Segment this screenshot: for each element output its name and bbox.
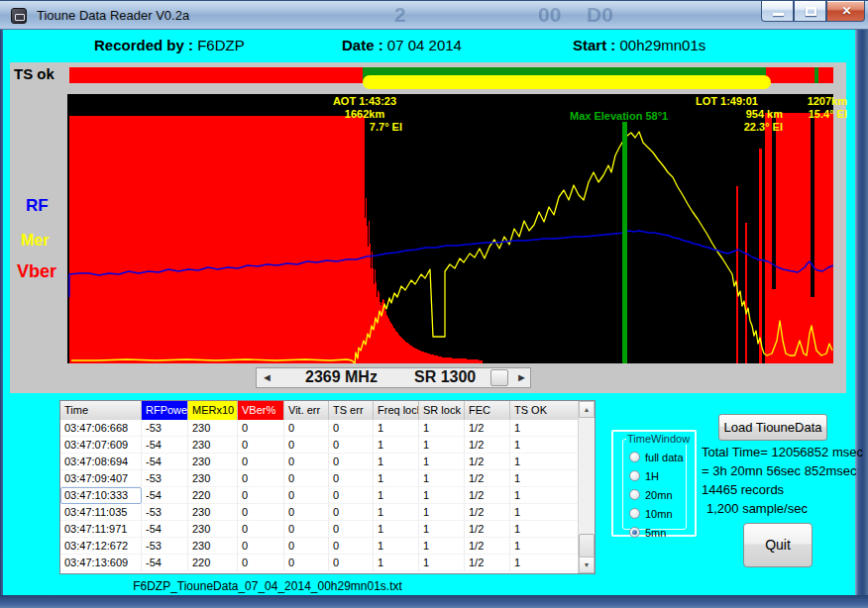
- scroll-right-icon[interactable]: ►: [516, 371, 527, 383]
- radio-icon[interactable]: [629, 508, 640, 519]
- table-cell[interactable]: 230: [188, 420, 238, 437]
- radio-option-1H[interactable]: 1H: [629, 466, 684, 485]
- table-cell[interactable]: 1: [374, 521, 419, 538]
- radio-icon[interactable]: [629, 527, 640, 538]
- table-cell[interactable]: 03:47:06:668: [60, 420, 142, 437]
- table-cell[interactable]: 230: [188, 437, 238, 454]
- column-header-vit-err[interactable]: Vit. err: [284, 401, 329, 420]
- table-cell[interactable]: 1: [419, 555, 465, 571]
- table-cell[interactable]: 220: [188, 555, 238, 571]
- table-cell[interactable]: 1: [374, 437, 419, 454]
- table-cell[interactable]: 1: [374, 454, 419, 470]
- table-cell[interactable]: 03:47:07:609: [60, 437, 142, 454]
- table-cell[interactable]: 1: [419, 521, 465, 538]
- maximize-button[interactable]: [794, 1, 826, 22]
- radio-option-5mn[interactable]: 5mn: [629, 523, 684, 542]
- table-row[interactable]: 03:47:09:407-53230000111/21: [60, 470, 595, 487]
- table-cell[interactable]: 230: [188, 538, 238, 555]
- radio-icon[interactable]: [629, 452, 640, 462]
- table-cell[interactable]: 0: [238, 521, 284, 538]
- table-cell[interactable]: 03:47:11:035: [60, 504, 142, 521]
- table-cell[interactable]: 1/2: [465, 454, 510, 470]
- table-cell[interactable]: 0: [329, 487, 374, 504]
- table-cell[interactable]: 0: [284, 538, 329, 555]
- table-cell[interactable]: 0: [238, 454, 284, 470]
- table-cell[interactable]: 1: [374, 555, 419, 571]
- table-row[interactable]: 03:47:08:694-54230000111/21: [60, 454, 595, 470]
- table-cell[interactable]: 0: [329, 437, 374, 454]
- table-scrollbar[interactable]: ▲ ▼: [578, 401, 595, 573]
- table-cell[interactable]: 0: [238, 420, 284, 437]
- table-cell[interactable]: 1/2: [465, 504, 510, 521]
- table-cell[interactable]: 220: [188, 487, 238, 504]
- table-cell[interactable]: 0: [284, 487, 329, 504]
- table-cell[interactable]: 1: [510, 538, 580, 555]
- table-row[interactable]: 03:47:10:333-54220000111/21: [60, 487, 595, 504]
- radio-option-full-data[interactable]: full data: [629, 448, 684, 466]
- column-header-sr-lock[interactable]: SR lock: [419, 401, 465, 420]
- table-cell[interactable]: 230: [188, 521, 238, 538]
- table-cell[interactable]: 1: [374, 504, 419, 521]
- table-cell[interactable]: -53: [142, 470, 188, 487]
- table-cell[interactable]: 0: [238, 538, 284, 555]
- table-cell[interactable]: -53: [142, 420, 188, 437]
- table-cell[interactable]: 1/2: [465, 487, 510, 504]
- radio-option-20mn[interactable]: 20mn: [629, 485, 684, 504]
- table-cell[interactable]: 0: [329, 504, 374, 521]
- table-cell[interactable]: 0: [284, 555, 329, 571]
- table-cell[interactable]: 0: [284, 437, 329, 454]
- radio-icon[interactable]: [629, 470, 640, 481]
- table-cell[interactable]: 0: [329, 454, 374, 470]
- table-cell[interactable]: -54: [142, 454, 188, 470]
- column-header-ts-ok[interactable]: TS OK: [510, 401, 580, 420]
- column-header-time[interactable]: Time: [60, 401, 142, 420]
- table-cell[interactable]: 1: [419, 504, 465, 521]
- scroll-down-icon[interactable]: ▼: [579, 557, 595, 573]
- quit-button[interactable]: Quit: [743, 523, 813, 567]
- table-cell[interactable]: 1: [510, 437, 580, 454]
- table-cell[interactable]: 1: [510, 521, 580, 538]
- table-cell[interactable]: 1/2: [465, 420, 510, 437]
- table-row[interactable]: 03:47:12:672-53230000111/21: [60, 538, 595, 555]
- table-cell[interactable]: 230: [188, 470, 238, 487]
- title-bar[interactable]: Tioune Data Reader V0.2a 2 00 D0 ✕: [0, 0, 868, 30]
- load-tiounedata-button[interactable]: Load TiouneData: [718, 414, 827, 441]
- table-cell[interactable]: 1: [419, 538, 465, 555]
- table-cell[interactable]: 1: [374, 538, 419, 555]
- table-row[interactable]: 03:47:07:609-54230000111/21: [60, 437, 595, 454]
- table-cell[interactable]: 0: [284, 504, 329, 521]
- table-cell[interactable]: 03:47:09:407: [60, 470, 142, 487]
- table-cell[interactable]: 1/2: [465, 538, 510, 555]
- table-cell[interactable]: 1: [374, 420, 419, 437]
- close-button[interactable]: ✕: [826, 1, 865, 22]
- table-cell[interactable]: -53: [142, 504, 188, 521]
- table-cell[interactable]: 0: [284, 454, 329, 470]
- table-cell[interactable]: -54: [142, 555, 188, 571]
- table-cell[interactable]: 1: [510, 454, 580, 470]
- radio-icon[interactable]: [629, 489, 640, 500]
- table-cell[interactable]: 0: [284, 521, 329, 538]
- table-cell[interactable]: -54: [142, 437, 188, 454]
- table-row[interactable]: 03:47:06:668-53230000111/21: [60, 420, 595, 437]
- scroll-left-icon[interactable]: ◄: [262, 371, 272, 383]
- table-cell[interactable]: 0: [238, 470, 284, 487]
- table-cell[interactable]: 1: [374, 470, 419, 487]
- table-cell[interactable]: 1/2: [465, 521, 510, 538]
- table-cell[interactable]: 0: [238, 504, 284, 521]
- column-header-merx10[interactable]: MERx10: [188, 401, 238, 420]
- column-header-vber-[interactable]: VBer%: [238, 401, 284, 420]
- table-cell[interactable]: 0: [238, 437, 284, 454]
- table-cell[interactable]: 03:47:08:694: [60, 454, 142, 470]
- table-cell[interactable]: 03:47:13:609: [60, 555, 142, 571]
- table-cell[interactable]: 1: [510, 420, 580, 437]
- table-cell[interactable]: 230: [188, 504, 238, 521]
- table-cell[interactable]: 1: [419, 420, 465, 437]
- column-header-freq-lock[interactable]: Freq lock: [374, 401, 419, 420]
- table-cell[interactable]: 0: [284, 420, 329, 437]
- table-row[interactable]: 03:47:13:609-54220000111/21: [60, 555, 595, 571]
- table-cell[interactable]: 1: [419, 470, 465, 487]
- table-cell[interactable]: 03:47:11:971: [60, 521, 142, 538]
- scrollbar-thumb[interactable]: [490, 369, 508, 386]
- table-cell[interactable]: 1/2: [465, 470, 510, 487]
- table-cell[interactable]: 0: [329, 470, 374, 487]
